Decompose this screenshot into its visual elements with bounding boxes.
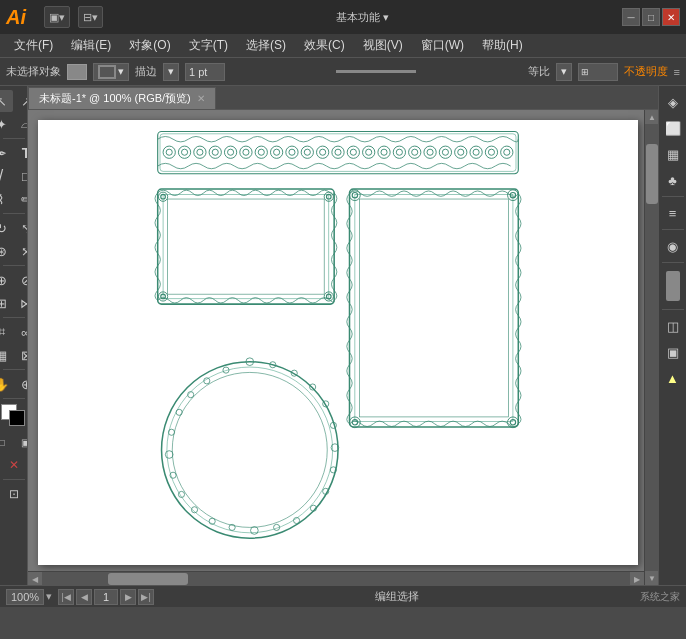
width-tool[interactable]: ⤧	[14, 240, 28, 262]
zoom-tool[interactable]: ⊕	[14, 373, 28, 395]
none-mode[interactable]: ✕	[2, 454, 26, 476]
panel-transform-icon[interactable]: ▣	[661, 340, 685, 364]
arrange-btn-group[interactable]: ⊟ ▾	[78, 6, 103, 28]
menu-file[interactable]: 文件(F)	[6, 35, 61, 56]
ratio-dropdown[interactable]: ▾	[556, 63, 572, 81]
status-bar: 100% ▾ |◀ ◀ ▶ ▶| 编组选择 系统之家	[0, 585, 686, 607]
zoom-dropdown-icon[interactable]: ▾	[46, 590, 52, 603]
menu-help[interactable]: 帮助(H)	[474, 35, 531, 56]
nav-first-button[interactable]: |◀	[58, 589, 74, 605]
workspace-label[interactable]: 基本功能 ▾	[336, 10, 389, 25]
mesh-tool[interactable]: ⋈	[14, 292, 28, 314]
menu-object[interactable]: 对象(O)	[121, 35, 178, 56]
nav-next-button[interactable]: ▶	[120, 589, 136, 605]
scroll-left-button[interactable]: ◀	[28, 572, 42, 585]
svg-point-17	[274, 149, 280, 155]
hand-tool[interactable]: ✋	[0, 373, 13, 395]
tab-bar: 未标题-1* @ 100% (RGB/预览) ✕	[28, 86, 658, 110]
page-number-input[interactable]	[94, 589, 118, 605]
tab-close-button[interactable]: ✕	[197, 93, 205, 104]
panel-color-icon[interactable]: ◈	[661, 90, 685, 114]
zoom-value[interactable]: 100%	[6, 589, 44, 605]
blend-tool[interactable]: ∞	[14, 321, 28, 343]
vertical-scrollbar[interactable]: ▲ ▼	[644, 110, 658, 585]
panel-layer-icon[interactable]: ▲	[661, 366, 685, 390]
menu-select[interactable]: 选择(S)	[238, 35, 294, 56]
panel-brush-icon[interactable]: ▦	[661, 142, 685, 166]
eyedropper-tool[interactable]: ⌗	[0, 321, 13, 343]
svg-point-36	[424, 146, 436, 158]
stroke-type-dropdown[interactable]: ▾	[163, 63, 179, 81]
menu-edit[interactable]: 编辑(E)	[63, 35, 119, 56]
panel-swatch-icon[interactable]: ⬜	[661, 116, 685, 140]
menu-view[interactable]: 视图(V)	[355, 35, 411, 56]
panel-divider-2	[662, 229, 684, 230]
svg-point-41	[458, 149, 464, 155]
svg-point-45	[488, 149, 494, 155]
stroke-dropdown[interactable]: ▾	[93, 63, 129, 81]
fill-swatch[interactable]	[67, 64, 87, 80]
magic-wand-tool[interactable]: ✦	[0, 113, 13, 135]
color-mode[interactable]: □	[0, 431, 14, 453]
svg-rect-50	[168, 199, 325, 294]
slice-tool[interactable]: ⊠	[14, 344, 28, 366]
menu-effect[interactable]: 效果(C)	[296, 35, 353, 56]
stroke-width-input[interactable]	[185, 63, 225, 81]
svg-point-94	[188, 392, 194, 398]
dropdown-icon: ▾	[59, 11, 65, 24]
menu-text[interactable]: 文字(T)	[181, 35, 236, 56]
ratio-controls: ⊞	[578, 63, 618, 81]
svg-point-35	[412, 149, 418, 155]
menu-bar: 文件(F) 编辑(E) 对象(O) 文字(T) 选择(S) 效果(C) 视图(V…	[0, 34, 686, 58]
panel-scroll-thumb[interactable]	[666, 271, 680, 301]
background-color[interactable]	[9, 410, 25, 426]
svg-point-27	[350, 149, 356, 155]
scroll-right-button[interactable]: ▶	[630, 572, 644, 585]
panel-align-icon[interactable]: ◫	[661, 314, 685, 338]
brush-tool[interactable]: ⌇	[0, 188, 13, 210]
minimize-button[interactable]: ─	[622, 8, 640, 26]
options-menu-icon[interactable]: ≡	[674, 66, 680, 78]
scroll-thumb[interactable]	[646, 144, 658, 204]
document-tab[interactable]: 未标题-1* @ 100% (RGB/预览) ✕	[28, 87, 216, 109]
pen-tool[interactable]: ✒	[0, 142, 13, 164]
rect-tool[interactable]: □	[14, 165, 28, 187]
chart-tool[interactable]: ▦	[0, 344, 13, 366]
svg-rect-48	[158, 189, 334, 304]
menu-window[interactable]: 窗口(W)	[413, 35, 472, 56]
svg-rect-1	[160, 134, 516, 172]
screen-mode[interactable]: ⊡	[2, 483, 26, 505]
perspective-tool[interactable]: ⊞	[0, 292, 13, 314]
rotate-tool[interactable]: ↻	[0, 217, 13, 239]
restore-button[interactable]: □	[642, 8, 660, 26]
live-paint-tool[interactable]: ⊘	[14, 269, 28, 291]
close-button[interactable]: ✕	[662, 8, 680, 26]
selection-tool[interactable]: ↖	[0, 90, 13, 112]
warp-tool[interactable]: ⊛	[0, 240, 13, 262]
panel-divider-4	[662, 309, 684, 310]
panel-symbol-icon[interactable]: ♣	[661, 168, 685, 192]
left-toolbar: ↖ ↗ ✦ ⌓ ✒ T / □ ⌇ ✏ ↻ ⤡ ⊛ ⤧ ⊕	[0, 86, 28, 585]
scroll-track	[645, 124, 658, 585]
right-panel: ◈ ⬜ ▦ ♣ ≡ ◉ ◫ ▣ ▲	[658, 86, 686, 585]
gradient-mode[interactable]: ▣	[14, 431, 29, 453]
line-tool[interactable]: /	[0, 165, 13, 187]
horizontal-scrollbar[interactable]: ◀ ▶	[28, 571, 644, 585]
panel-graphic-style-icon[interactable]: ◉	[661, 234, 685, 258]
shape-builder-tool[interactable]: ⊕	[0, 269, 13, 291]
text-tool[interactable]: T	[14, 142, 28, 164]
direct-selection-tool[interactable]: ↗	[14, 90, 28, 112]
options-bar: 未选择对象 ▾ 描边 ▾ 等比 ▾ ⊞ 不透明度 ≡	[0, 58, 686, 86]
color-box[interactable]	[1, 404, 27, 428]
scale-tool[interactable]: ⤡	[14, 217, 28, 239]
lasso-tool[interactable]: ⌓	[14, 113, 28, 135]
h-scroll-thumb[interactable]	[108, 573, 188, 585]
nav-prev-button[interactable]: ◀	[76, 589, 92, 605]
nav-last-button[interactable]: ▶|	[138, 589, 154, 605]
scroll-up-button[interactable]: ▲	[645, 110, 658, 124]
pencil-tool[interactable]: ✏	[14, 188, 28, 210]
panel-appearance-icon[interactable]: ≡	[661, 201, 685, 225]
title-btn-group[interactable]: ▣ ▾	[44, 6, 70, 28]
ratio-input[interactable]: ⊞	[578, 63, 618, 81]
scroll-down-button[interactable]: ▼	[645, 571, 658, 585]
